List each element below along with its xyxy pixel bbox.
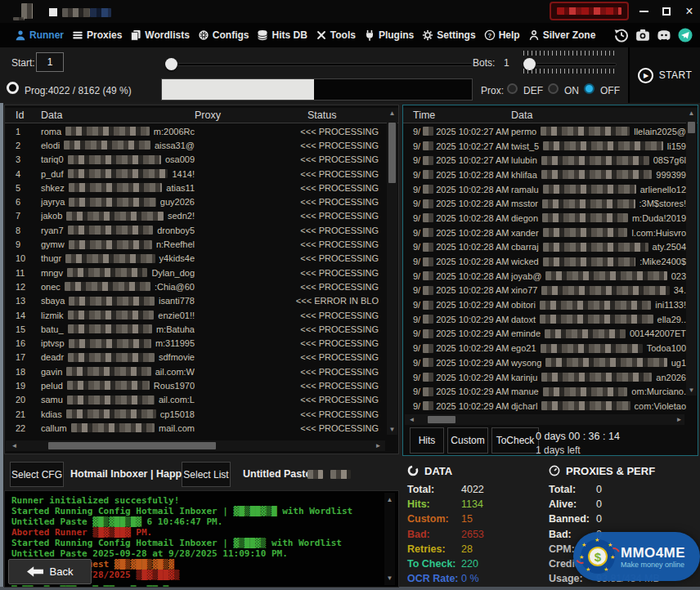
prox-on-radio[interactable]: [548, 83, 559, 94]
right-vscrollbar[interactable]: ▲ ▼: [686, 108, 697, 396]
table-row[interactable]: 19 pelud Rous1970 <<< PROCESSING: [5, 378, 387, 392]
col-status[interactable]: Status: [291, 110, 398, 121]
table-row[interactable]: 9/ 2025 10:02:29 AM obitori ini1133!: [403, 297, 686, 312]
tab-tocheck[interactable]: ToCheck: [491, 427, 539, 454]
scroll-left-icon[interactable]: ◄: [9, 440, 20, 451]
tab-hits[interactable]: Hits: [410, 427, 444, 454]
table-row[interactable]: 21 kdias cp15018 <<< PROCESSING: [5, 407, 387, 421]
time-prefix: 9/: [413, 329, 420, 338]
table-row[interactable]: 8 ryan7 dronboy5 <<< PROCESSING: [5, 223, 387, 237]
close-button[interactable]: ×: [680, 4, 698, 19]
table-row[interactable]: 9/ 2025 10:02:28 AM cbarraj aty.2504: [403, 240, 686, 255]
col-id[interactable]: Id: [5, 110, 41, 121]
menu-item-plugins[interactable]: Plugins: [364, 29, 414, 41]
menu-item-hits-db[interactable]: Hits DB: [257, 29, 307, 41]
scroll-left-icon[interactable]: ◄: [406, 414, 417, 425]
table-row[interactable]: 9/ 2025 10:02:28 AM xino77 34.: [403, 284, 686, 298]
table-row[interactable]: 9/ 2025 10:02:29 AM datoxt ella29..: [403, 312, 686, 327]
table-row[interactable]: 9/ 2025 10:02:29 AM ego21 Todoa100: [403, 341, 686, 355]
menu-item-wordlists[interactable]: Wordlists: [130, 29, 189, 41]
menu-item-tools[interactable]: Tools: [316, 29, 356, 41]
scroll-right-icon[interactable]: ►: [674, 414, 684, 425]
prox-off-radio[interactable]: [584, 83, 595, 94]
position-slider-thumb[interactable]: [165, 58, 177, 70]
screenshot-button[interactable]: [635, 27, 651, 43]
scroll-down-icon[interactable]: ▼: [387, 424, 397, 435]
table-row[interactable]: 16 iptvsp m:311995 <<< PROCESSING: [5, 336, 387, 350]
menu-item-settings[interactable]: Settings: [422, 29, 475, 41]
table-row[interactable]: 9/ 2025 10:02:28 AM khlifaa 999399: [403, 168, 686, 182]
table-row[interactable]: 10 thugr y4kids4e <<< PROCESSING: [5, 252, 387, 266]
scroll-right-icon[interactable]: ►: [373, 440, 384, 451]
table-row[interactable]: 9/ 2025 10:02:28 AM ramalu arlienello12: [403, 182, 686, 197]
table-row[interactable]: 9/ 2025 10:02:28 AM msstor :3M$stores!: [403, 196, 686, 211]
table-row[interactable]: 6 jayrya guy2026 <<< PROCESSING: [5, 194, 387, 208]
table-row[interactable]: 9/ 2025 10:02:29 AM manue om:Murciano.: [403, 384, 686, 399]
table-row[interactable]: 13 sbaya isanti778 <<< ERROR IN BLO: [5, 294, 387, 308]
col-data[interactable]: Data: [511, 110, 698, 121]
table-row[interactable]: 9/ 2025 10:02:29 AM eminde 001442007ET: [403, 327, 686, 342]
table-row[interactable]: 5 shkez atias11 <<< PROCESSING: [5, 181, 387, 194]
history-button[interactable]: [613, 27, 630, 43]
discord-button[interactable]: [656, 27, 672, 43]
menu-item-help[interactable]: ? Help: [484, 29, 520, 41]
start-input[interactable]: [36, 52, 64, 72]
position-slider[interactable]: [167, 63, 473, 66]
scroll-down-icon[interactable]: ▼: [686, 385, 697, 396]
table-row[interactable]: 9/ 2025 10:02:28 AM xander l.com:Huisvro: [403, 226, 686, 240]
menu-item-configs[interactable]: Configs: [198, 29, 249, 41]
table-row[interactable]: 14 lizmik enzie01!! <<< PROCESSING: [5, 308, 387, 322]
table-row[interactable]: 9/ 2025 10:02:27 AM permo llelain2025@: [403, 124, 686, 139]
start-button[interactable]: ▶ START: [628, 47, 700, 103]
right-vscroll-thumb[interactable]: [688, 122, 695, 133]
log-vscrollbar[interactable]: ▲ ▼: [384, 493, 395, 585]
scroll-up-icon[interactable]: ▲: [387, 108, 397, 118]
left-vscrollbar[interactable]: ▲ ▼: [387, 108, 397, 435]
right-hscrollbar[interactable]: ◄ ►: [405, 414, 684, 425]
scroll-up-icon[interactable]: ▲: [686, 108, 697, 118]
table-row[interactable]: 9/ 2025 10:02:27 AM lulubin 08S7g6l: [403, 153, 686, 168]
scroll-down-icon[interactable]: ▼: [384, 573, 395, 583]
table-row[interactable]: 22 callum mail.com <<< PROCESSING: [5, 421, 387, 435]
table-row[interactable]: 4 p_duf 1414! <<< PROCESSING: [5, 167, 387, 181]
table-row[interactable]: 9/ 2025 10:02:29 AM karinju an2026: [403, 370, 686, 385]
table-row[interactable]: 7 jakob sedn2! <<< PROCESSING: [5, 209, 387, 223]
col-data[interactable]: Data: [41, 110, 195, 121]
table-row[interactable]: 18 gavin ail.com:W <<< PROCESSING: [5, 364, 387, 378]
prox-def-radio[interactable]: [507, 83, 518, 94]
prog-radio[interactable]: [7, 82, 19, 94]
table-row[interactable]: 9/ 2025 10:02:28 AM joyab@ 023: [403, 269, 686, 284]
table-row[interactable]: 9/ 2025 10:02:28 AM diegon m:Duda!2019: [403, 211, 686, 226]
table-row[interactable]: 20 samu ail.com:L <<< PROCESSING: [5, 393, 387, 407]
table-row[interactable]: 9/ 2025 10:02:27 AM twist_5 li159: [403, 139, 686, 154]
scroll-up-icon[interactable]: ▲: [384, 494, 395, 505]
table-row[interactable]: 2 elodi aissa31@ <<< PROCESSING: [5, 138, 387, 152]
menu-item-runner[interactable]: Runner: [15, 29, 64, 41]
back-button[interactable]: Back: [8, 559, 92, 584]
tab-custom[interactable]: Custom: [447, 427, 488, 454]
menu-item-silver-zone[interactable]: Silver Zone: [528, 29, 596, 41]
left-hscroll-thumb[interactable]: [48, 442, 216, 449]
select-list-button[interactable]: Select List: [182, 462, 231, 487]
select-cfg-button[interactable]: Select CFG: [10, 462, 64, 487]
menu-item-proxies[interactable]: Proxies: [72, 29, 122, 41]
table-row[interactable]: 17 deadr sdfmovie <<< PROCESSING: [5, 351, 387, 364]
maximize-button[interactable]: [657, 4, 675, 19]
col-time[interactable]: Time: [403, 110, 511, 121]
left-hscrollbar[interactable]: ◄ ►: [6, 440, 385, 451]
table-row[interactable]: 9/ 2025 10:02:29 AM wysong ug1: [403, 355, 686, 370]
table-row[interactable]: 9/ 2025 10:02:29 AM djcharl com:Violetao: [403, 399, 686, 413]
right-hscroll-thumb[interactable]: [428, 416, 455, 423]
col-proxy[interactable]: Proxy: [195, 110, 291, 121]
table-row[interactable]: 9 gymw n:Reefhel <<< PROCESSING: [5, 237, 387, 251]
table-row[interactable]: 11 mngv Dylan_dog <<< PROCESSING: [5, 266, 387, 279]
bots-slider[interactable]: [522, 63, 617, 66]
table-row[interactable]: 15 batu_ m:Batuha <<< PROCESSING: [5, 322, 387, 336]
table-row[interactable]: 9/ 2025 10:02:28 AM wicked :Mike2400$: [403, 254, 686, 269]
left-vscroll-thumb[interactable]: [388, 123, 396, 183]
table-row[interactable]: 1 roma m:2006Rc <<< PROCESSING: [5, 124, 387, 138]
telegram-button[interactable]: [677, 27, 693, 43]
table-row[interactable]: 12 onec :Chia@60 <<< PROCESSING: [5, 279, 387, 293]
table-row[interactable]: 3 tariq0 osa009 <<< PROCESSING: [5, 153, 387, 167]
minimize-button[interactable]: [635, 4, 653, 19]
